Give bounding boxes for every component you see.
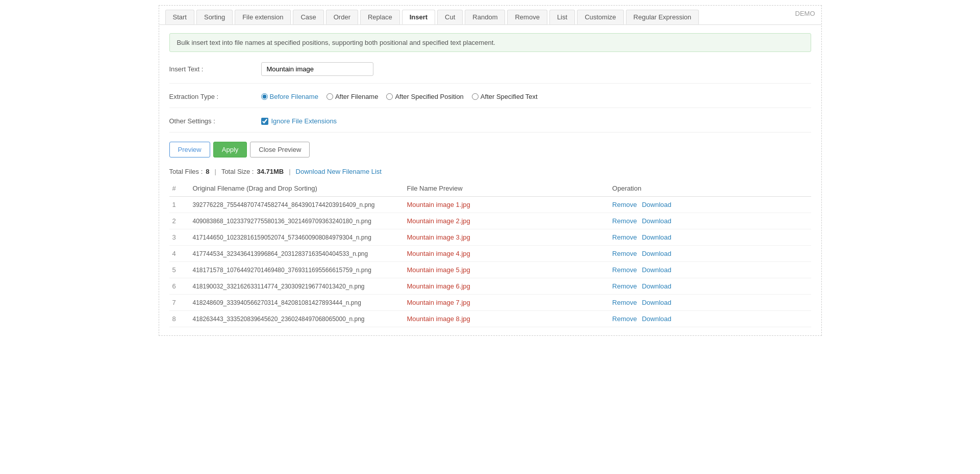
download-link-4[interactable]: Download [642, 250, 671, 257]
cell-preview-6: Mountain image 6.jpg [404, 278, 610, 295]
table-header-row: # Original Filename (Drag and Drop Sorti… [169, 180, 811, 197]
col-preview: File Name Preview [404, 180, 610, 197]
table-row: 8 418263443_333520839645620_236024849706… [169, 311, 811, 327]
cell-num-2: 2 [169, 213, 190, 229]
table-head: # Original Filename (Drag and Drop Sorti… [169, 180, 811, 197]
table-row: 3 417144650_10232816159052074_5734600908… [169, 229, 811, 246]
radio-after-specified-text-label: After Specified Text [481, 93, 538, 100]
content-area: Bulk insert text into file names at spec… [159, 25, 821, 335]
radio-after-specified-position[interactable]: After Specified Position [386, 93, 463, 100]
cell-preview-7: Mountain image 7.jpg [404, 295, 610, 311]
cell-num-7: 7 [169, 295, 190, 311]
radio-after-specified-position-input[interactable] [386, 93, 393, 100]
remove-link-6[interactable]: Remove [612, 282, 637, 290]
cell-original-3: 417144650_10232816159052074_573460090808… [190, 229, 404, 246]
download-link-3[interactable]: Download [642, 233, 671, 241]
radio-before-filename-input[interactable] [261, 93, 268, 100]
insert-text-label: Insert Text : [169, 65, 261, 73]
tab-replace[interactable]: Replace [360, 10, 400, 24]
table-row: 1 392776228_755448707474582744_864390174… [169, 197, 811, 213]
download-link-5[interactable]: Download [642, 266, 671, 274]
download-link-7[interactable]: Download [642, 299, 671, 306]
other-settings-label: Other Settings : [169, 117, 261, 125]
remove-link-1[interactable]: Remove [612, 201, 637, 208]
total-size-value: 34.71MB [257, 168, 284, 175]
table-row: 7 418248609_333940566270314_842081081427… [169, 295, 811, 311]
col-operation: Operation [609, 180, 811, 197]
cell-original-1: 392776228_755448707474582744_86439017442… [190, 197, 404, 213]
radio-after-specified-position-label: After Specified Position [395, 93, 463, 100]
preview-button[interactable]: Preview [169, 142, 210, 157]
apply-button[interactable]: Apply [213, 142, 247, 157]
ignore-extensions-checkbox-label[interactable]: Ignore File Extensions [261, 117, 337, 125]
col-num: # [169, 180, 190, 197]
cell-operation-6: Remove Download [609, 278, 811, 295]
cell-preview-4: Mountain image 4.jpg [404, 246, 610, 262]
tab-cut[interactable]: Cut [437, 10, 463, 24]
cell-preview-8: Mountain image 8.jpg [404, 311, 610, 327]
insert-text-input[interactable] [261, 62, 373, 76]
cell-operation-7: Remove Download [609, 295, 811, 311]
action-buttons: Preview Apply Close Preview [169, 142, 811, 157]
cell-num-1: 1 [169, 197, 190, 213]
cell-num-4: 4 [169, 246, 190, 262]
cell-operation-1: Remove Download [609, 197, 811, 213]
close-preview-button[interactable]: Close Preview [250, 142, 310, 157]
tab-insert[interactable]: Insert [402, 10, 435, 24]
demo-label: DEMO [795, 10, 815, 17]
tab-customize[interactable]: Customize [577, 10, 623, 24]
ignore-extensions-checkbox[interactable] [261, 118, 268, 125]
tab-sorting[interactable]: Sorting [196, 10, 233, 24]
radio-before-filename-label: Before Filename [270, 93, 318, 100]
radio-after-filename[interactable]: After Filename [326, 93, 379, 100]
table-meta: Total Files : 8 | Total Size : 34.71MB |… [169, 168, 811, 175]
cell-operation-2: Remove Download [609, 213, 811, 229]
download-link-1[interactable]: Download [642, 201, 671, 208]
table-row: 5 418171578_10764492701469480_3769311695… [169, 262, 811, 278]
cell-preview-2: Mountain image 2.jpg [404, 213, 610, 229]
remove-link-4[interactable]: Remove [612, 250, 637, 257]
col-original: Original Filename (Drag and Drop Sorting… [190, 180, 404, 197]
remove-link-5[interactable]: Remove [612, 266, 637, 274]
table-row: 4 417744534_323436413996864_203128371635… [169, 246, 811, 262]
info-banner: Bulk insert text into file names at spec… [169, 33, 811, 52]
tab-start[interactable]: Start [165, 10, 194, 24]
cell-original-8: 418263443_333520839645620_23602484970680… [190, 311, 404, 327]
remove-link-2[interactable]: Remove [612, 217, 637, 225]
download-list-link[interactable]: Download New Filename List [296, 168, 382, 175]
cell-original-2: 409083868_10233792775580136_302146970936… [190, 213, 404, 229]
tab-case[interactable]: Case [293, 10, 323, 24]
cell-num-5: 5 [169, 262, 190, 278]
remove-link-8[interactable]: Remove [612, 315, 637, 323]
table-row: 6 418190032_332162633114774_230309219677… [169, 278, 811, 295]
cell-original-5: 418171578_10764492701469480_376931169556… [190, 262, 404, 278]
insert-text-row: Insert Text : [169, 62, 811, 84]
radio-after-specified-text-input[interactable] [472, 93, 479, 100]
cell-original-7: 418248609_333940566270314_84208108142789… [190, 295, 404, 311]
remove-link-7[interactable]: Remove [612, 299, 637, 306]
download-link-6[interactable]: Download [642, 282, 671, 290]
radio-after-filename-input[interactable] [326, 93, 333, 100]
cell-num-8: 8 [169, 311, 190, 327]
cell-num-3: 3 [169, 229, 190, 246]
tab-random[interactable]: Random [465, 10, 505, 24]
tab-order[interactable]: Order [326, 10, 358, 24]
radio-after-specified-text[interactable]: After Specified Text [472, 93, 538, 100]
tab-remove[interactable]: Remove [507, 10, 547, 24]
cell-operation-8: Remove Download [609, 311, 811, 327]
tab-regular-expression[interactable]: Regular Expression [626, 10, 699, 24]
radio-before-filename[interactable]: Before Filename [261, 93, 318, 100]
other-settings-controls: Ignore File Extensions [261, 117, 337, 125]
files-table: # Original Filename (Drag and Drop Sorti… [169, 180, 811, 327]
table-body: 1 392776228_755448707474582744_864390174… [169, 197, 811, 327]
download-link-8[interactable]: Download [642, 315, 671, 323]
tab-list[interactable]: List [549, 10, 575, 24]
extraction-type-row: Extraction Type : Before Filename After … [169, 93, 811, 108]
remove-link-3[interactable]: Remove [612, 233, 637, 241]
download-link-2[interactable]: Download [642, 217, 671, 225]
table-row: 2 409083868_10233792775580136_3021469709… [169, 213, 811, 229]
tab-file-extension[interactable]: File extension [235, 10, 291, 24]
ignore-extensions-label: Ignore File Extensions [271, 117, 337, 125]
tab-bar: Start Sorting File extension Case Order … [159, 6, 821, 25]
radio-after-filename-label: After Filename [335, 93, 379, 100]
